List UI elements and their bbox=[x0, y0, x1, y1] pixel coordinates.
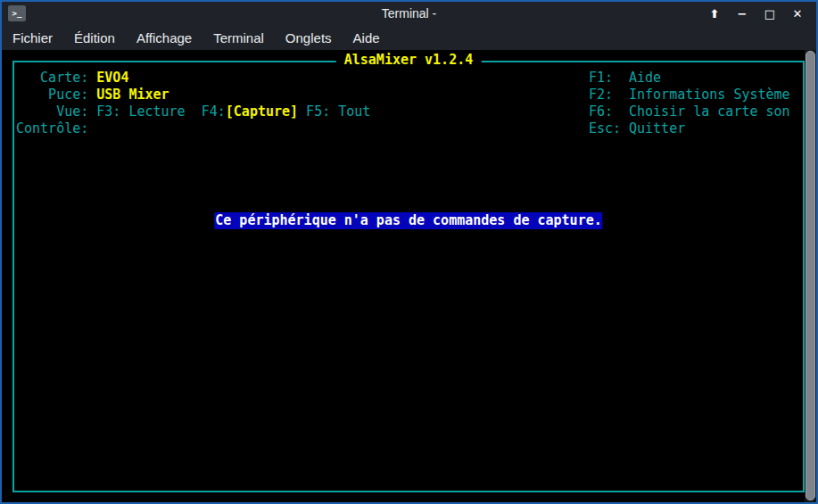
window-controls: ⬆ − □ ✕ bbox=[705, 4, 816, 22]
menubar: Fichier Édition Affichage Terminal Ongle… bbox=[2, 25, 816, 50]
window-title: Terminal - bbox=[2, 2, 816, 25]
capture-message: Ce périphérique n'a pas de commandes de … bbox=[214, 212, 602, 229]
view-field: Vue: F3: Lecture F4:[Capture] F5: Tout bbox=[16, 103, 370, 120]
shortcut-f6-label: Choisir la carte son bbox=[629, 103, 790, 120]
view-suffix: F5: Tout bbox=[298, 103, 370, 120]
view-prefix: Vue: F3: Lecture F4: bbox=[16, 103, 226, 120]
shortcut-f2-key: F2: bbox=[589, 87, 629, 103]
control-label: Contrôle: bbox=[16, 120, 88, 136]
shortcut-f2: F2:Informations Système bbox=[589, 87, 790, 103]
shortcut-esc-label: Quitter bbox=[629, 120, 685, 136]
chip-field: Puce: USB Mixer bbox=[16, 87, 169, 103]
shortcut-f6-key: F6: bbox=[589, 103, 629, 120]
alsamixer-box bbox=[12, 61, 805, 492]
card-field: Carte: EVO4 bbox=[16, 70, 128, 87]
menu-item-aide[interactable]: Aide bbox=[343, 27, 391, 49]
minimize-button[interactable]: − bbox=[732, 4, 752, 22]
close-button[interactable]: ✕ bbox=[788, 4, 807, 22]
shortcut-f6: F6:Choisir la carte son bbox=[589, 103, 790, 120]
menu-item-fichier[interactable]: Fichier bbox=[2, 27, 63, 49]
card-label: Carte: bbox=[16, 70, 96, 86]
control-field: Contrôle: bbox=[16, 120, 88, 137]
scrollbar[interactable] bbox=[805, 50, 816, 502]
shortcut-esc-key: Esc: bbox=[589, 120, 629, 137]
menu-item-affichage[interactable]: Affichage bbox=[126, 27, 202, 49]
maximize-button[interactable]: □ bbox=[760, 4, 780, 22]
shortcut-esc: Esc:Quitter bbox=[589, 120, 685, 137]
card-value: EVO4 bbox=[96, 70, 128, 86]
menu-item-edition[interactable]: Édition bbox=[63, 27, 126, 49]
scrollbar-thumb[interactable] bbox=[806, 51, 815, 500]
shortcut-f1-label: Aide bbox=[629, 70, 661, 86]
menu-item-onglets[interactable]: Onglets bbox=[275, 27, 343, 49]
rollup-button[interactable]: ⬆ bbox=[705, 4, 724, 22]
shortcut-f2-label: Informations Système bbox=[629, 87, 790, 103]
chip-label: Puce: bbox=[16, 87, 96, 103]
menu-item-terminal[interactable]: Terminal bbox=[202, 27, 275, 49]
titlebar: >_ Terminal - ⬆ − □ ✕ bbox=[2, 2, 816, 25]
terminal-viewport[interactable]: AlsaMixer v1.2.4 Carte: EVO4 Puce: USB M… bbox=[2, 50, 816, 502]
shortcut-f1-key: F1: bbox=[589, 70, 629, 87]
alsamixer-title: AlsaMixer v1.2.4 bbox=[336, 52, 482, 69]
shortcut-f1: F1:Aide bbox=[589, 70, 661, 87]
terminal-window: >_ Terminal - ⬆ − □ ✕ Fichier Édition Af… bbox=[0, 0, 818, 504]
chip-value: USB Mixer bbox=[96, 87, 169, 103]
view-active-capture: [Capture] bbox=[226, 103, 298, 120]
terminal-icon[interactable]: >_ bbox=[8, 5, 26, 21]
